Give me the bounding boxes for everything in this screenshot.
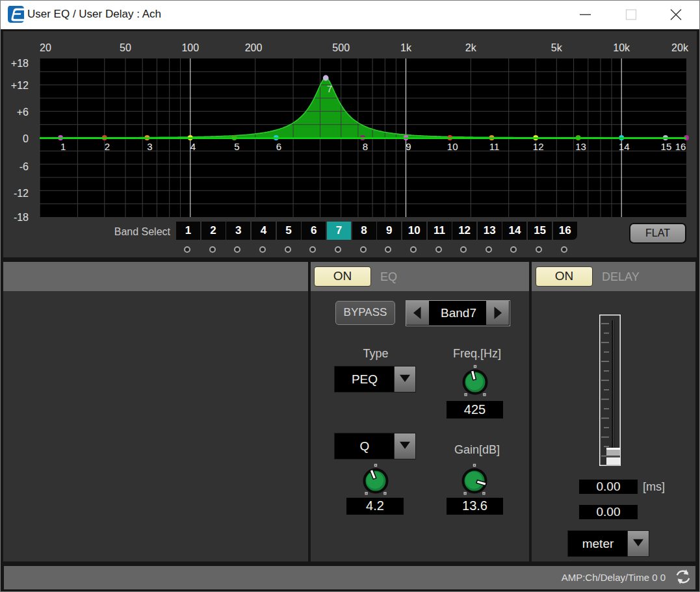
svg-text:13: 13	[575, 141, 586, 152]
svg-text:15: 15	[661, 141, 672, 152]
svg-text:+6: +6	[17, 107, 29, 118]
svg-text:9: 9	[406, 141, 411, 152]
svg-text:3: 3	[147, 141, 152, 152]
svg-text:0: 0	[23, 133, 29, 144]
svg-text:1k: 1k	[400, 42, 412, 53]
svg-text:20: 20	[40, 42, 51, 53]
svg-text:20k: 20k	[671, 42, 689, 53]
svg-text:1: 1	[60, 141, 66, 152]
svg-text:11: 11	[489, 141, 500, 152]
svg-text:200: 200	[245, 42, 263, 53]
svg-text:+18: +18	[11, 58, 29, 69]
svg-text:8: 8	[363, 141, 368, 152]
svg-text:4: 4	[190, 141, 196, 152]
svg-text:+12: +12	[11, 80, 29, 91]
svg-text:-6: -6	[19, 161, 29, 172]
svg-text:7: 7	[327, 83, 332, 94]
svg-text:-12: -12	[14, 188, 29, 199]
svg-text:5: 5	[234, 141, 239, 152]
svg-text:-18: -18	[14, 212, 29, 223]
svg-text:14: 14	[619, 141, 630, 152]
svg-text:2k: 2k	[465, 42, 477, 53]
svg-text:100: 100	[181, 42, 199, 53]
svg-text:12: 12	[533, 141, 544, 152]
svg-text:500: 500	[332, 42, 350, 53]
svg-text:10k: 10k	[613, 42, 630, 53]
svg-text:10: 10	[447, 141, 458, 152]
svg-text:16: 16	[675, 141, 686, 152]
svg-text:6: 6	[276, 141, 281, 152]
svg-text:2: 2	[105, 141, 110, 152]
svg-text:50: 50	[120, 42, 131, 53]
svg-text:5k: 5k	[551, 42, 563, 53]
